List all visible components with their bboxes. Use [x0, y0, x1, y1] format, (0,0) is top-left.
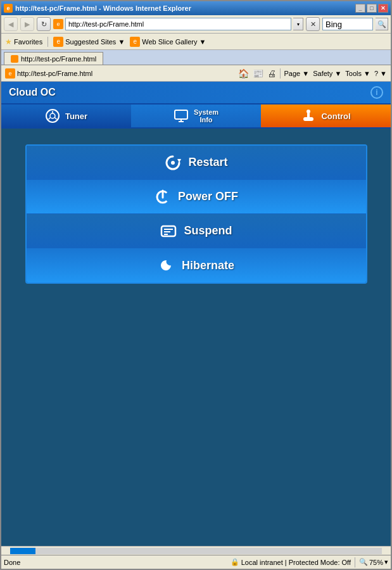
info-icon-label: i: [376, 88, 377, 97]
window-controls: _ □ ✕: [355, 4, 388, 13]
page-menu[interactable]: Page ▼: [284, 70, 310, 77]
suspend-label: Suspend: [184, 224, 232, 238]
hibernate-button[interactable]: Hibernate: [27, 248, 366, 282]
suspend-icon: [160, 222, 177, 240]
control-panel: Restart Power OFF: [1, 129, 391, 546]
favorites-bar: ★ Favorites e Suggested Sites ▼ e Web Sl…: [1, 34, 391, 50]
address-bar-container: e ▾: [53, 18, 303, 30]
navigation-bar: ◀ ▶ ↻ e ▾ ✕ Bing 🔍: [1, 15, 391, 34]
browser-window: e http://test-pc/Frame.html - Windows In…: [0, 0, 392, 570]
home-icon[interactable]: 🏠: [238, 68, 249, 79]
back-button[interactable]: ◀: [4, 17, 18, 31]
browser-icon: e: [4, 4, 13, 13]
favorites-separator: [47, 37, 48, 47]
search-box: Bing: [322, 18, 373, 30]
bing-label: Bing: [326, 20, 342, 29]
poweroff-button[interactable]: Power OFF: [27, 180, 366, 214]
restart-button[interactable]: Restart: [27, 146, 366, 180]
toolbar-left: e http://test-pc/Frame.html: [5, 68, 92, 79]
web-slice-icon: e: [130, 37, 140, 47]
tab-tuner-label: Tuner: [65, 111, 87, 121]
favorites-label: Favorites: [14, 38, 42, 46]
favorites-button[interactable]: ★ Favorites: [5, 37, 42, 46]
suggested-sites-label: Suggested Sites ▼: [65, 38, 125, 46]
browser-tab[interactable]: http://test-pc/Frame.html: [4, 52, 103, 65]
help-menu[interactable]: ? ▼: [374, 70, 387, 77]
scrollbar-track: [10, 548, 382, 554]
control-buttons-container: Restart Power OFF: [25, 144, 367, 284]
address-input[interactable]: [65, 18, 291, 30]
web-slice-label: Web Slice Gallery ▼: [142, 38, 206, 46]
security-status: 🔒 Local intranet | Protected Mode: Off: [231, 558, 351, 566]
maximize-button[interactable]: □: [367, 4, 377, 13]
status-right: 🔒 Local intranet | Protected Mode: Off 🔍…: [231, 557, 388, 567]
zoom-dropdown-icon: ▾: [384, 558, 388, 566]
zoom-icon: 🔍: [359, 558, 368, 566]
content-area: Cloud OC i Tuner: [1, 82, 391, 546]
minimize-button[interactable]: _: [355, 4, 365, 13]
tab-favicon: [11, 55, 18, 63]
tab-control-label: Control: [321, 111, 350, 121]
tab-control[interactable]: Control: [261, 104, 391, 127]
restart-icon: [164, 154, 182, 172]
suggested-sites-icon: e: [53, 37, 63, 47]
suspend-button[interactable]: Suspend: [27, 214, 366, 248]
tab-tuner[interactable]: Tuner: [1, 104, 131, 127]
svg-line-3: [48, 118, 50, 120]
restart-label: Restart: [188, 156, 227, 169]
status-bar: Done 🔒 Local intranet | Protected Mode: …: [1, 555, 391, 569]
forward-button[interactable]: ▶: [20, 17, 34, 31]
app-nav-tabs: Tuner System Info: [1, 104, 391, 129]
tab-sysinfo[interactable]: System Info: [131, 104, 261, 127]
hibernate-label: Hibernate: [182, 259, 234, 272]
address-favicon: e: [53, 19, 63, 29]
toolbar-menus: 🏠 📰 🖨 Page ▼ Safety ▼ Tools ▼ ? ▼: [238, 68, 387, 79]
safety-menu[interactable]: Safety ▼: [313, 70, 341, 77]
control-icon: [301, 108, 316, 124]
poweroff-label: Power OFF: [178, 190, 238, 203]
refresh-button[interactable]: ↻: [37, 17, 51, 31]
security-text: Local intranet | Protected Mode: Off: [241, 559, 351, 566]
svg-marker-11: [177, 159, 181, 163]
web-slice-gallery-item[interactable]: e Web Slice Gallery ▼: [130, 37, 206, 47]
svg-line-4: [54, 118, 56, 120]
zoom-level: 75%: [369, 559, 383, 566]
toolbar-url: http://test-pc/Frame.html: [17, 70, 92, 77]
toolbar-favicon: e: [5, 68, 15, 79]
title-bar-left: e http://test-pc/Frame.html - Windows In…: [4, 4, 191, 13]
svg-point-12: [171, 161, 175, 165]
print-icon[interactable]: 🖨: [267, 68, 276, 79]
window-title: http://test-pc/Frame.html - Windows Inte…: [15, 4, 191, 12]
svg-rect-5: [175, 110, 187, 119]
sysinfo-icon: [174, 108, 189, 124]
zoom-control[interactable]: 🔍 75% ▾: [359, 558, 388, 566]
address-dropdown[interactable]: ▾: [293, 18, 303, 30]
app-header: Cloud OC i: [1, 82, 391, 104]
status-sep: [355, 557, 355, 567]
svg-point-1: [50, 113, 55, 118]
hibernate-icon: [158, 256, 175, 274]
app-title: Cloud OC: [9, 87, 56, 98]
close-button[interactable]: ✕: [378, 4, 388, 13]
suggested-sites-item[interactable]: e Suggested Sites ▼: [53, 37, 125, 47]
search-button[interactable]: 🔍: [376, 18, 388, 30]
tab-bar: http://test-pc/Frame.html: [1, 50, 391, 65]
tab-sysinfo-label: System Info: [194, 108, 218, 124]
scrollbar-thumb[interactable]: [10, 548, 35, 554]
tab-label: http://test-pc/Frame.html: [21, 55, 96, 63]
poweroff-icon: [154, 188, 172, 206]
svg-point-10: [307, 110, 310, 113]
tools-menu[interactable]: Tools ▼: [345, 70, 370, 77]
tuner-icon: [45, 108, 60, 124]
title-bar: e http://test-pc/Frame.html - Windows In…: [1, 1, 391, 15]
browser-toolbar: e http://test-pc/Frame.html 🏠 📰 🖨 Page ▼…: [1, 65, 391, 82]
star-icon: ★: [5, 37, 12, 46]
status-done: Done: [4, 559, 20, 566]
rss-icon[interactable]: 📰: [253, 68, 263, 79]
toolbar-sep: [280, 68, 281, 79]
horizontal-scrollbar[interactable]: [1, 546, 391, 555]
info-button[interactable]: i: [370, 86, 383, 99]
lock-icon: 🔒: [231, 558, 239, 566]
stop-button[interactable]: ✕: [306, 17, 320, 31]
